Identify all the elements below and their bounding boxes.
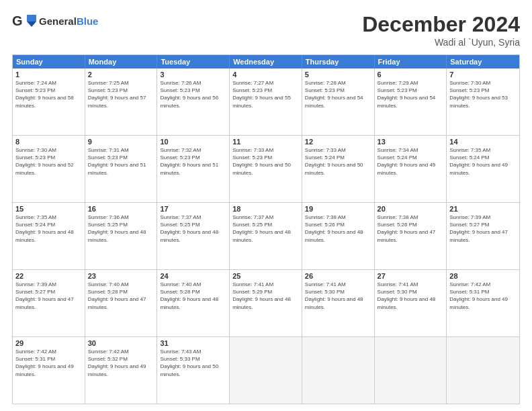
cal-row-1: 1Sunrise: 7:24 AMSunset: 5:23 PMDaylight… xyxy=(13,68,519,136)
cal-cell-4-6: 27Sunrise: 7:41 AMSunset: 5:30 PMDayligh… xyxy=(375,270,447,336)
cal-row-4: 22Sunrise: 7:39 AMSunset: 5:27 PMDayligh… xyxy=(13,270,519,337)
day-number: 7 xyxy=(449,71,517,79)
cal-row-3: 15Sunrise: 7:35 AMSunset: 5:24 PMDayligh… xyxy=(13,203,519,270)
sun-info: Sunrise: 7:41 AMSunset: 5:30 PMDaylight:… xyxy=(305,281,371,311)
cal-cell-4-4: 25Sunrise: 7:41 AMSunset: 5:29 PMDayligh… xyxy=(230,270,302,336)
cal-cell-5-1: 29Sunrise: 7:42 AMSunset: 5:31 PMDayligh… xyxy=(13,337,85,404)
cal-cell-5-4 xyxy=(230,337,302,404)
title-area: December 2024 Wadi al `Uyun, Syria xyxy=(362,12,520,48)
cal-cell-5-3: 31Sunrise: 7:43 AMSunset: 5:33 PMDayligh… xyxy=(157,337,230,404)
svg-text:G: G xyxy=(12,13,23,28)
day-number: 19 xyxy=(305,205,371,213)
day-number: 13 xyxy=(378,138,444,146)
day-number: 30 xyxy=(88,339,154,347)
day-number: 14 xyxy=(449,138,517,146)
day-number: 26 xyxy=(305,272,371,280)
sun-info: Sunrise: 7:41 AMSunset: 5:29 PMDaylight:… xyxy=(232,281,299,311)
cal-cell-3-6: 20Sunrise: 7:38 AMSunset: 5:26 PMDayligh… xyxy=(375,203,447,269)
day-number: 21 xyxy=(449,205,517,213)
sun-info: Sunrise: 7:31 AMSunset: 5:23 PMDaylight:… xyxy=(88,146,154,177)
cal-cell-1-5: 5Sunrise: 7:28 AMSunset: 5:23 PMDaylight… xyxy=(302,68,375,135)
sun-info: Sunrise: 7:40 AMSunset: 5:28 PMDaylight:… xyxy=(160,281,226,311)
sun-info: Sunrise: 7:25 AMSunset: 5:23 PMDaylight:… xyxy=(88,79,154,109)
header-saturday: Saturday xyxy=(447,55,519,68)
sun-info: Sunrise: 7:36 AMSunset: 5:25 PMDaylight:… xyxy=(88,214,154,244)
cal-cell-2-7: 14Sunrise: 7:35 AMSunset: 5:24 PMDayligh… xyxy=(447,136,519,202)
sun-info: Sunrise: 7:42 AMSunset: 5:31 PMDaylight:… xyxy=(449,281,517,311)
cal-cell-4-3: 24Sunrise: 7:40 AMSunset: 5:28 PMDayligh… xyxy=(157,270,230,336)
cal-cell-4-7: 28Sunrise: 7:42 AMSunset: 5:31 PMDayligh… xyxy=(447,270,519,336)
sun-info: Sunrise: 7:35 AMSunset: 5:24 PMDaylight:… xyxy=(15,214,82,244)
sun-info: Sunrise: 7:40 AMSunset: 5:28 PMDaylight:… xyxy=(88,281,154,311)
sun-info: Sunrise: 7:37 AMSunset: 5:25 PMDaylight:… xyxy=(232,214,299,244)
cal-cell-2-6: 13Sunrise: 7:34 AMSunset: 5:24 PMDayligh… xyxy=(375,136,447,202)
cal-cell-2-5: 12Sunrise: 7:33 AMSunset: 5:24 PMDayligh… xyxy=(302,136,375,202)
logo-general: General xyxy=(39,15,77,27)
cal-cell-2-2: 9Sunrise: 7:31 AMSunset: 5:23 PMDaylight… xyxy=(85,136,158,202)
cal-cell-2-4: 11Sunrise: 7:33 AMSunset: 5:23 PMDayligh… xyxy=(230,136,302,202)
day-number: 25 xyxy=(232,272,299,280)
day-number: 4 xyxy=(232,71,299,79)
sun-info: Sunrise: 7:33 AMSunset: 5:24 PMDaylight:… xyxy=(305,146,371,177)
day-number: 1 xyxy=(15,71,82,79)
sun-info: Sunrise: 7:27 AMSunset: 5:23 PMDaylight:… xyxy=(232,79,299,109)
month-title: December 2024 xyxy=(362,12,520,37)
logo: G GeneralBlue xyxy=(12,12,98,31)
cal-row-5: 29Sunrise: 7:42 AMSunset: 5:31 PMDayligh… xyxy=(13,337,519,404)
cal-cell-5-6 xyxy=(375,337,447,404)
cal-cell-3-4: 18Sunrise: 7:37 AMSunset: 5:25 PMDayligh… xyxy=(230,203,302,269)
cal-cell-1-4: 4Sunrise: 7:27 AMSunset: 5:23 PMDaylight… xyxy=(230,68,302,135)
day-number: 9 xyxy=(88,138,154,146)
cal-cell-5-2: 30Sunrise: 7:42 AMSunset: 5:32 PMDayligh… xyxy=(85,337,158,404)
sun-info: Sunrise: 7:42 AMSunset: 5:32 PMDaylight:… xyxy=(88,348,154,378)
sun-info: Sunrise: 7:34 AMSunset: 5:24 PMDaylight:… xyxy=(378,146,444,177)
day-number: 23 xyxy=(88,272,154,280)
cal-cell-3-3: 17Sunrise: 7:37 AMSunset: 5:25 PMDayligh… xyxy=(157,203,230,269)
header-monday: Monday xyxy=(85,55,158,68)
cal-cell-3-5: 19Sunrise: 7:38 AMSunset: 5:26 PMDayligh… xyxy=(302,203,375,269)
cal-cell-1-7: 7Sunrise: 7:30 AMSunset: 5:23 PMDaylight… xyxy=(447,68,519,135)
calendar-header: Sunday Monday Tuesday Wednesday Thursday… xyxy=(13,55,519,68)
cal-cell-4-1: 22Sunrise: 7:39 AMSunset: 5:27 PMDayligh… xyxy=(13,270,85,336)
day-number: 24 xyxy=(160,272,226,280)
header-thursday: Thursday xyxy=(302,55,375,68)
logo-icon: G xyxy=(12,12,36,31)
sun-info: Sunrise: 7:37 AMSunset: 5:25 PMDaylight:… xyxy=(160,214,226,244)
day-number: 17 xyxy=(160,205,226,213)
day-number: 10 xyxy=(160,138,226,146)
sun-info: Sunrise: 7:30 AMSunset: 5:23 PMDaylight:… xyxy=(15,146,82,177)
day-number: 5 xyxy=(305,71,371,79)
day-number: 29 xyxy=(15,339,82,347)
sun-info: Sunrise: 7:32 AMSunset: 5:23 PMDaylight:… xyxy=(160,146,226,177)
day-number: 3 xyxy=(160,71,226,79)
svg-marker-2 xyxy=(27,21,36,27)
sun-info: Sunrise: 7:39 AMSunset: 5:27 PMDaylight:… xyxy=(449,214,517,244)
sun-info: Sunrise: 7:39 AMSunset: 5:27 PMDaylight:… xyxy=(15,281,82,311)
sun-info: Sunrise: 7:28 AMSunset: 5:23 PMDaylight:… xyxy=(305,79,371,109)
cal-cell-4-2: 23Sunrise: 7:40 AMSunset: 5:28 PMDayligh… xyxy=(85,270,158,336)
cal-cell-3-1: 15Sunrise: 7:35 AMSunset: 5:24 PMDayligh… xyxy=(13,203,85,269)
header-wednesday: Wednesday xyxy=(230,55,302,68)
cal-cell-1-2: 2Sunrise: 7:25 AMSunset: 5:23 PMDaylight… xyxy=(85,68,158,135)
cal-cell-1-1: 1Sunrise: 7:24 AMSunset: 5:23 PMDaylight… xyxy=(13,68,85,135)
page: G GeneralBlue December 2024 Wadi al `Uyu… xyxy=(0,0,532,411)
header-tuesday: Tuesday xyxy=(157,55,230,68)
cal-cell-3-7: 21Sunrise: 7:39 AMSunset: 5:27 PMDayligh… xyxy=(447,203,519,269)
sun-info: Sunrise: 7:24 AMSunset: 5:23 PMDaylight:… xyxy=(15,79,82,109)
sun-info: Sunrise: 7:41 AMSunset: 5:30 PMDaylight:… xyxy=(378,281,444,311)
day-number: 28 xyxy=(449,272,517,280)
cal-cell-3-2: 16Sunrise: 7:36 AMSunset: 5:25 PMDayligh… xyxy=(85,203,158,269)
sun-info: Sunrise: 7:42 AMSunset: 5:31 PMDaylight:… xyxy=(15,348,82,378)
sun-info: Sunrise: 7:29 AMSunset: 5:23 PMDaylight:… xyxy=(378,79,444,109)
cal-cell-2-1: 8Sunrise: 7:30 AMSunset: 5:23 PMDaylight… xyxy=(13,136,85,202)
cal-row-2: 8Sunrise: 7:30 AMSunset: 5:23 PMDaylight… xyxy=(13,136,519,203)
header: G GeneralBlue December 2024 Wadi al `Uyu… xyxy=(12,12,520,48)
logo-blue: Blue xyxy=(77,15,99,27)
sun-info: Sunrise: 7:26 AMSunset: 5:23 PMDaylight:… xyxy=(160,79,226,109)
day-number: 22 xyxy=(15,272,82,280)
location: Wadi al `Uyun, Syria xyxy=(362,37,520,48)
day-number: 12 xyxy=(305,138,371,146)
day-number: 2 xyxy=(88,71,154,79)
header-friday: Friday xyxy=(375,55,447,68)
day-number: 8 xyxy=(15,138,82,146)
